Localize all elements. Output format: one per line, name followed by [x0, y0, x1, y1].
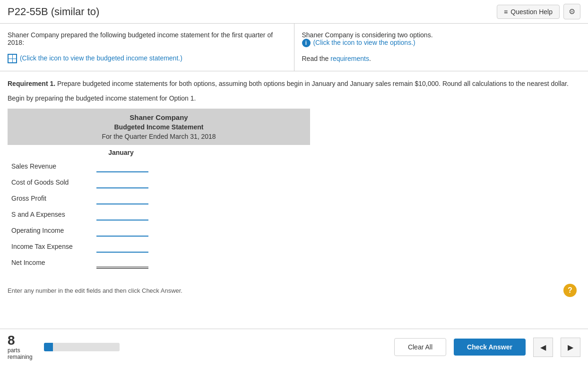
requirement-label: Requirement 1. [8, 80, 55, 87]
page-title: P22-55B (similar to) [8, 6, 99, 18]
requirements-link[interactable]: requirements [330, 55, 369, 62]
table-row: Sales Revenue [8, 158, 310, 174]
check-answer-button[interactable]: Check Answer [454, 339, 526, 356]
options-link-line: i (Click the icon to view the options.) [302, 39, 581, 47]
net-income-input[interactable] [96, 256, 148, 269]
gross-profit-input[interactable] [96, 192, 148, 204]
operating-income-input[interactable] [96, 224, 148, 237]
company-name: Shaner Company [12, 113, 305, 121]
parts-label: partsremaining [8, 347, 33, 360]
table-row: Operating Income [8, 222, 310, 238]
income-tax-input[interactable] [96, 240, 148, 253]
progress-bar [44, 343, 120, 351]
table-header: Shaner Company Budgeted Income Statement… [8, 109, 310, 145]
table-row: Gross Profit [8, 190, 310, 206]
gross-profit-label: Gross Profit [11, 195, 96, 202]
budgeted-statement-link[interactable]: (Click the icon to view the budgeted inc… [8, 54, 182, 62]
header: P22-55B (similar to) ≡ Question Help ⚙ [0, 0, 588, 24]
s-and-a-input[interactable] [96, 208, 148, 221]
top-right-description: Shaner Company is considering two option… [302, 31, 581, 39]
clear-all-button[interactable]: Clear All [394, 338, 446, 356]
requirements-line: Read the requirements. [302, 55, 581, 62]
header-actions: ≡ Question Help ⚙ [497, 4, 580, 19]
info-icon: i [302, 39, 311, 47]
requirement-description: Prepare budgeted income statements for b… [57, 80, 569, 87]
parts-number: 8 [8, 334, 15, 347]
main-body: Requirement 1. Prepare budgeted income s… [0, 71, 588, 305]
hint-icon[interactable]: ? [563, 284, 577, 297]
column-headers: January [93, 149, 310, 156]
previous-button[interactable]: ◀ [533, 338, 553, 357]
table-row: S and A Expenses [8, 206, 310, 222]
net-income-label: Net Income [11, 259, 96, 266]
table-row: Net Income [8, 255, 310, 271]
income-statement-table: Shaner Company Budgeted Income Statement… [8, 109, 310, 274]
top-right-panel: Shaner Company is considering two option… [294, 24, 588, 71]
next-button[interactable]: ▶ [561, 338, 580, 357]
enter-text-content: Enter any number in the edit fields and … [8, 287, 182, 294]
top-left-panel: Shaner Company prepared the following bu… [0, 24, 294, 71]
sales-revenue-label: Sales Revenue [11, 162, 96, 170]
enter-instructions: Enter any number in the edit fields and … [8, 284, 580, 297]
gear-icon: ⚙ [569, 8, 575, 16]
sub-text: Begin by preparing the budgeted income s… [8, 94, 580, 102]
income-tax-label: Income Tax Expense [11, 243, 96, 250]
bottom-bar: 8 partsremaining Clear All Check Answer … [0, 329, 588, 365]
sales-revenue-input[interactable] [96, 160, 148, 172]
question-help-button[interactable]: ≡ Question Help [497, 5, 560, 19]
table-row: Cost of Goods Sold [8, 174, 310, 190]
cogs-label: Cost of Goods Sold [11, 178, 96, 186]
progress-bar-fill [44, 343, 53, 351]
requirement-text: Requirement 1. Prepare budgeted income s… [8, 79, 580, 89]
options-link[interactable]: (Click the icon to view the options.) [313, 39, 415, 46]
top-content: Shaner Company prepared the following bu… [0, 24, 588, 71]
parts-remaining-section: 8 partsremaining [8, 334, 33, 360]
s-and-a-label: S and A Expenses [11, 211, 96, 218]
table-body: January Sales Revenue Cost of Goods Sold… [8, 145, 310, 274]
table-row: Income Tax Expense [8, 238, 310, 255]
date-range: For the Quarter Ended March 31, 2018 [12, 133, 305, 140]
january-column-header: January [93, 149, 149, 156]
list-icon: ≡ [504, 8, 508, 16]
top-left-description: Shaner Company prepared the following bu… [8, 31, 286, 46]
operating-income-label: Operating Income [11, 227, 96, 234]
cogs-input[interactable] [96, 176, 148, 188]
statement-title: Budgeted Income Statement [12, 123, 305, 131]
grid-icon [8, 54, 17, 63]
settings-button[interactable]: ⚙ [563, 4, 580, 19]
